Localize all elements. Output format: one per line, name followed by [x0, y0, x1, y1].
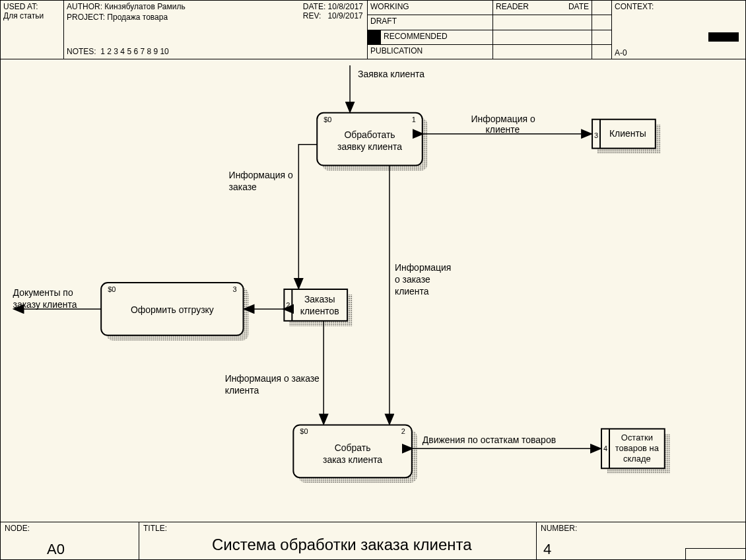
footer-number-cell: NUMBER: 4 [537, 522, 745, 559]
footer-title-value: Система обработки заказа клиента [212, 536, 472, 554]
ds-stock-line3: складе [623, 454, 651, 464]
box2-line1: Собрать [335, 442, 371, 453]
date-value: 10/8/2017 [328, 2, 363, 11]
used-at-value: Для статьи [3, 11, 61, 20]
box1-num: 1 [412, 116, 416, 123]
label-clients2: клиенте [486, 124, 520, 135]
arrow-info-order-client: Информация о заказе клиента [390, 166, 451, 424]
label-stock: Движения по остаткам товаров [423, 435, 556, 445]
status-working: WORKING [368, 1, 493, 15]
context-icon [708, 32, 739, 42]
box3-num: 3 [232, 285, 236, 293]
label-ioc3: клиента [395, 286, 429, 297]
label-docs2: заказу клиента [13, 299, 77, 310]
label-info-order1: Информация о [229, 170, 293, 180]
status-date: DATE [568, 2, 589, 13]
used-at-cell: USED AT: Для статьи [1, 1, 64, 59]
author-label: AUTHOR: [67, 2, 102, 11]
label-info-order2: заказе [229, 182, 257, 192]
date-label: DATE: [303, 2, 325, 11]
ds-orders-line1: Заказы [304, 294, 335, 304]
author-cell: AUTHOR: Кинзябулатов Рамиль PROJECT: Про… [64, 1, 368, 59]
footer-title-label: TITLE: [143, 524, 532, 533]
arrow-docs: Документы по заказу клиента [13, 287, 102, 310]
datastore-clients: 3 Клиенты [592, 120, 661, 154]
rev-value: 10/9/2017 [327, 11, 362, 20]
ds-stock-line2: товаров на [615, 443, 660, 453]
context-cell: CONTEXT: A-0 [612, 1, 745, 59]
project-value: Продажа товара [107, 13, 168, 22]
box1-cost: $0 [323, 116, 331, 123]
ds-orders-line2: клиентов [300, 306, 339, 316]
box2-line2: заказ клиента [323, 454, 382, 465]
footer-node-value: A0 [47, 541, 65, 558]
notes-values: 1 2 3 4 5 6 7 8 9 10 [100, 47, 168, 56]
ds-clients-num: 3 [594, 131, 598, 139]
label-clients1: Информация о [471, 114, 535, 124]
activity-box-1: $0 1 Обработать заявку клиента [317, 113, 428, 171]
status-publication: PUBLICATION [368, 45, 493, 59]
header-block: USED AT: Для статьи AUTHOR: Кинзябулатов… [1, 1, 745, 59]
ds-stock-line1: Остатки [621, 433, 653, 442]
arrow-to-clients: Информация о клиенте [423, 114, 591, 135]
rev-label: REV: [303, 11, 322, 20]
used-at-label: USED AT: [3, 2, 61, 11]
box2-cost: $0 [300, 427, 308, 435]
notes-label: NOTES: [67, 47, 96, 56]
label-iocb1: Информация о заказе [225, 373, 320, 384]
project-label: PROJECT: [67, 13, 105, 22]
box3-line1: Оформить отгрузку [131, 304, 214, 315]
context-label: CONTEXT: [615, 2, 743, 11]
label-docs1: Документы по [13, 287, 73, 298]
label-input: Заявка клиента [358, 69, 424, 79]
label-iocb2: клиента [225, 385, 259, 396]
box1-line2: заявку клиента [337, 141, 402, 152]
box1-line1: Обработать [344, 129, 395, 140]
activity-box-3: $0 3 Оформить отгрузку [101, 283, 248, 341]
diagram-canvas: $0 1 Обработать заявку клиента 3 Клиенты… [1, 59, 745, 522]
activity-box-2: $0 2 Собрать заказ клиента [293, 425, 417, 483]
ds-stock-num: 4 [603, 444, 607, 452]
author-value: Кинзябулатов Рамиль [104, 2, 185, 11]
ds-orders-num: 2 [286, 301, 290, 309]
status-cell: WORKING READER DATE DRAFT RECOMMENDED PU… [368, 1, 612, 59]
label-ioc2: о заказе [395, 274, 430, 285]
label-ioc1: Информация [395, 262, 451, 273]
ds-clients-label: Клиенты [609, 128, 646, 139]
footer-node-label: NODE: [5, 524, 135, 533]
context-node: A-0 [615, 48, 627, 57]
footer-number-label: NUMBER: [541, 524, 741, 533]
footer-number-value: 4 [543, 541, 551, 558]
box2-num: 2 [401, 427, 405, 435]
datastore-orders: 2 Заказы клиентов [284, 289, 353, 326]
arrow-info-order: Информация о заказе [229, 145, 318, 288]
arrow-to-stock: Движения по остаткам товаров [412, 435, 600, 448]
datastore-stock: 4 Остатки товаров на складе [601, 429, 670, 473]
status-draft: DRAFT [368, 15, 493, 29]
footer-node-cell: NODE: A0 [1, 522, 139, 559]
footer-title-cell: TITLE: Система обработки заказа клиента [139, 522, 537, 559]
footer-block: NODE: A0 TITLE: Система обработки заказа… [1, 522, 745, 559]
status-reader: READER [496, 2, 529, 13]
status-recommended: RECOMMENDED [381, 30, 492, 44]
box3-cost: $0 [108, 285, 116, 293]
